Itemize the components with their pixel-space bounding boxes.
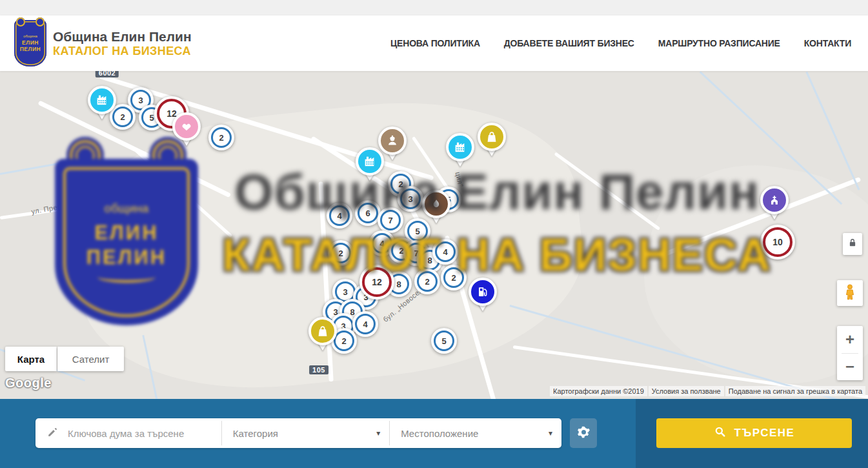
cluster-count: 10: [763, 227, 792, 257]
location-value: Местоположение: [401, 428, 478, 439]
crest-top-text: община: [23, 34, 37, 38]
location-select[interactable]: Местоположение ▾: [390, 418, 561, 448]
map-cluster-marker[interactable]: 6: [355, 200, 381, 226]
site-header: община ЕЛИН ПЕЛИН Община Елин Пелин КАТА…: [0, 15, 868, 71]
church-icon: [760, 186, 789, 214]
cluster-count: 5: [434, 331, 454, 351]
map-cluster-marker[interactable]: 7: [378, 207, 403, 233]
keyword-field: [35, 418, 221, 448]
cluster-count: 2: [443, 267, 464, 288]
cluster-count: 6: [358, 203, 378, 223]
logo-text: Община Елин Пелин КАТАЛОГ НА БИЗНЕСА: [53, 29, 192, 58]
zoom-in-button[interactable]: +: [837, 326, 863, 353]
nav-item-transport-schedule[interactable]: МАРШРУТНО РАЗПИСАНИЕ: [658, 38, 780, 48]
nav-item-contacts[interactable]: КОНТАКТИ: [804, 38, 851, 48]
search-button[interactable]: ТЪРСЕНЕ: [656, 418, 852, 448]
zoom-control: + −: [837, 326, 863, 380]
shopping-bag-icon: [308, 317, 337, 345]
factory-icon: [88, 86, 116, 114]
cluster-count: 12: [362, 267, 392, 297]
site-title: Община Елин Пелин: [53, 29, 192, 45]
heart-icon: [172, 112, 201, 141]
crest-name-line2: ПЕЛИН: [20, 46, 41, 52]
street-view-pegman[interactable]: [837, 280, 863, 306]
cluster-count: 2: [112, 107, 133, 127]
site-subtitle: КАТАЛОГ НА БИЗНЕСА: [53, 45, 192, 58]
cluster-count: 5: [407, 221, 428, 241]
search-icon: [714, 425, 727, 442]
attribution-text: Картографски данни ©2019: [550, 386, 647, 396]
worker-icon: [378, 127, 407, 155]
map-type-map-button[interactable]: Карта: [5, 347, 57, 371]
map-cluster-marker[interactable]: 2: [441, 265, 467, 290]
street-view-pegman-icon: [841, 283, 859, 303]
map-cluster-marker[interactable]: 10: [760, 225, 795, 259]
map-cluster-marker[interactable]: 2: [414, 269, 440, 294]
fuel-pump-icon: [469, 278, 497, 306]
category-value: Категория: [233, 428, 278, 439]
municipality-crest-icon: община ЕЛИН ПЕЛИН: [14, 20, 46, 66]
advanced-settings-button[interactable]: [570, 418, 597, 448]
gear-icon: [577, 425, 590, 441]
factory-icon: [446, 133, 474, 161]
cluster-count: 3: [400, 188, 421, 209]
cluster-count: 2: [417, 271, 438, 292]
site-logo[interactable]: община ЕЛИН ПЕЛИН Община Елин Пелин КАТА…: [14, 20, 192, 66]
factory-icon: [356, 147, 384, 176]
map-cluster-marker[interactable]: 3: [398, 186, 423, 212]
flame-icon: [422, 190, 450, 218]
cluster-count: 2: [334, 331, 354, 351]
cluster-count: 4: [329, 205, 350, 226]
attribution-link[interactable]: Подаване на сигнал за грешка в картата: [725, 386, 865, 396]
marker-layer: 3252235647542278482233383425121210: [0, 71, 868, 399]
crest-name-line1: ЕЛИН: [22, 39, 39, 46]
map-cluster-marker[interactable]: 2: [208, 125, 234, 150]
window-top-strip: [0, 0, 868, 15]
main-nav: ЦЕНОВА ПОЛИТИКАДОБАВЕТЕ ВАШИЯТ БИЗНЕСМАР…: [390, 38, 851, 48]
map-attribution: Картографски данни ©2019Условия за ползв…: [550, 386, 865, 396]
google-logo[interactable]: Google: [5, 376, 52, 391]
search-field-group: Категория ▾ Местоположение ▾: [35, 418, 561, 448]
map-cluster-marker[interactable]: 4: [352, 311, 378, 337]
map-type-satellite-button[interactable]: Сателит: [57, 347, 124, 371]
search-button-label: ТЪРСЕНЕ: [734, 427, 795, 440]
category-select[interactable]: Категория ▾: [222, 418, 389, 448]
search-bar: Категория ▾ Местоположение ▾ ТЪРСЕНЕ: [0, 399, 868, 468]
map-cluster-marker[interactable]: 2: [328, 240, 354, 266]
caret-down-icon: ▾: [376, 429, 380, 438]
shopping-bag-icon: [478, 123, 506, 151]
attribution-link[interactable]: Условия за ползване: [649, 386, 724, 396]
cluster-count: 2: [330, 243, 351, 263]
nav-item-pricing[interactable]: ЦЕНОВА ПОЛИТИКА: [390, 38, 480, 48]
keyword-input[interactable]: [66, 427, 221, 440]
pencil-icon: [46, 426, 59, 441]
map-cluster-marker[interactable]: 5: [431, 328, 457, 354]
lock-icon: [847, 237, 858, 251]
cluster-count: 4: [435, 241, 456, 262]
map-cluster-marker[interactable]: 4: [432, 239, 458, 265]
lock-button[interactable]: [843, 233, 862, 255]
map-canvas[interactable]: 6002105ул. Преславбул. „Новоселция" 3252…: [0, 71, 868, 399]
nav-item-add-business[interactable]: ДОБАВЕТЕ ВАШИЯТ БИЗНЕС: [504, 38, 634, 48]
caret-down-icon: ▾: [549, 429, 552, 438]
cluster-count: 2: [211, 127, 232, 148]
cluster-count: 7: [380, 210, 401, 230]
zoom-out-button[interactable]: −: [837, 354, 863, 381]
map-type-control: Карта Сателит: [5, 347, 124, 371]
map-cluster-marker[interactable]: 4: [327, 203, 352, 229]
cluster-count: 4: [355, 314, 376, 334]
map-cluster-marker[interactable]: 12: [359, 265, 394, 300]
